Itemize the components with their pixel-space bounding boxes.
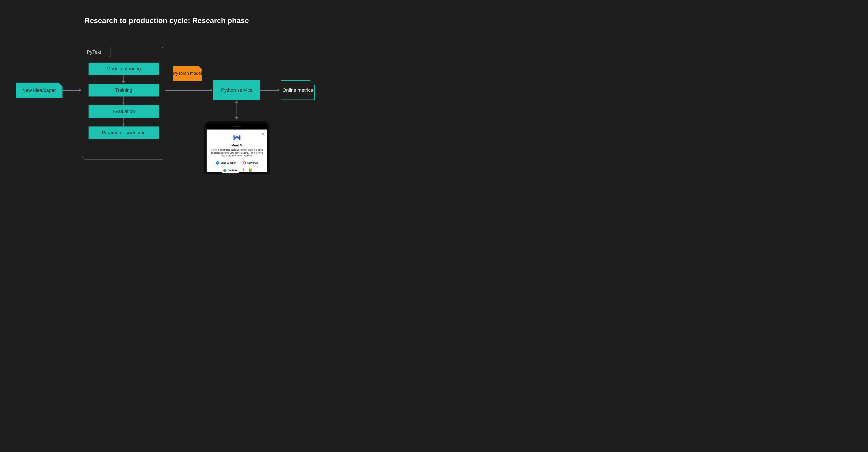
node-pytorch-model: PyTorch model <box>173 66 202 81</box>
phone-pill-row: 🚗 Get Ride 🏃 👷 <box>221 168 253 173</box>
sticker-icon: 👷 <box>248 168 253 173</box>
node-evaluation: Evaluation <box>89 105 159 118</box>
pill-get-ride[interactable]: 🚗 Get Ride <box>221 168 240 173</box>
arrow-head-icon <box>122 124 125 126</box>
node-label: Online metrics <box>282 87 313 93</box>
arrow-head-icon <box>278 89 280 91</box>
pill-label: Get Ride <box>228 169 237 172</box>
car-icon: 🚗 <box>223 169 226 172</box>
arrow <box>123 75 124 82</box>
node-label: Python service <box>221 87 252 93</box>
phone-pill-row: ➤ Send Location ▦ Start Plan <box>214 160 260 166</box>
m-logo-icon <box>233 134 241 141</box>
close-icon[interactable]: ✕ <box>261 132 264 137</box>
arrow <box>62 90 80 91</box>
location-icon: ➤ <box>216 161 219 165</box>
pill-label: Start Plan <box>247 162 258 164</box>
arrow-head-icon <box>235 117 238 119</box>
arrow-head-icon <box>211 89 213 91</box>
node-model-authoring: Model authoring <box>89 63 159 75</box>
phone-description: M is your automated assistant in Messeng… <box>210 148 264 157</box>
node-new-idea: New idea/paper <box>16 83 62 98</box>
diagram-title: Research to production cycle: Research p… <box>0 16 333 25</box>
phone-emoji-row: 🏃 👷 <box>241 168 253 173</box>
pill-label: Send Location <box>220 162 236 164</box>
node-label: Parameter sweeping <box>102 130 146 136</box>
phone-frame: ✕ Meet M M is your automated assistant i… <box>207 123 267 172</box>
node-label: PyTorch model <box>173 70 202 76</box>
phone-speaker-icon <box>232 126 241 127</box>
pill-send-location[interactable]: ➤ Send Location <box>214 160 239 166</box>
arrow-head-icon <box>235 101 238 103</box>
arrow <box>237 102 237 118</box>
phone-screen: ✕ Meet M M is your automated assistant i… <box>207 130 267 172</box>
arrow <box>165 90 211 91</box>
node-label: New idea/paper <box>22 87 56 93</box>
arrow <box>123 96 124 103</box>
arrow-head-icon <box>122 103 125 105</box>
node-label: Evaluation <box>113 108 135 115</box>
phone-title: Meet M <box>231 143 243 147</box>
node-python-service: Python service <box>213 80 260 101</box>
phone-mockup: ✕ Meet M M is your automated assistant i… <box>205 121 270 174</box>
sticker-icon: 🏃 <box>241 168 246 173</box>
pytext-tab-label: PyText <box>82 47 111 57</box>
arrow <box>123 118 124 124</box>
node-training: Training <box>89 84 159 96</box>
node-parameter-sweeping: Parameter sweeping <box>89 126 159 139</box>
pill-start-plan[interactable]: ▦ Start Plan <box>241 160 260 166</box>
arrow-head-icon <box>122 81 125 83</box>
node-label: Training <box>115 87 132 93</box>
arrow <box>260 90 278 91</box>
calendar-icon: ▦ <box>243 161 246 165</box>
node-label: Model authoring <box>106 66 141 72</box>
node-online-metrics: Online metrics <box>281 80 315 100</box>
arrow-head-icon <box>80 89 82 91</box>
